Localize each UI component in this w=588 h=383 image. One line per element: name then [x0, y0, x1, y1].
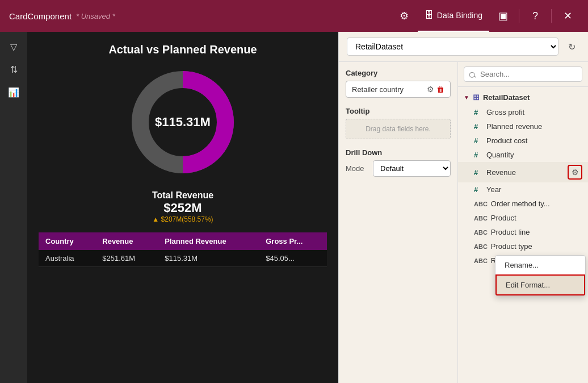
- canvas-area: ▽ ⇅ 📊 Actual vs Planned Revenue $115.31M…: [0, 32, 338, 383]
- dataset-select[interactable]: RetailDataset: [347, 38, 558, 56]
- field-name-gross-profit: Gross profit: [486, 108, 582, 116]
- field-remove-icon[interactable]: 🗑: [436, 85, 444, 94]
- canvas-content: Actual vs Planned Revenue $115.31M Total…: [27, 32, 338, 383]
- field-name-order-method: Order method ty...: [491, 199, 582, 208]
- abc-icon: ABC: [474, 229, 488, 236]
- table-row: Australia $251.61M $115.31M $45.05...: [39, 250, 327, 267]
- context-menu: Rename... Edit Format...: [495, 255, 586, 296]
- field-row-year[interactable]: # Year: [458, 182, 588, 197]
- field-settings-icon[interactable]: ⚙: [427, 85, 434, 94]
- cell-gross: $45.05...: [259, 250, 327, 267]
- chart-tool-btn[interactable]: 📊: [3, 82, 24, 102]
- revenue-settings-btn[interactable]: ⚙: [568, 165, 582, 180]
- unsaved-indicator: * Unsaved *: [76, 12, 115, 20]
- tooltip-placeholder: Drag data fields here.: [366, 125, 431, 133]
- help-icon-btn[interactable]: ?: [524, 5, 547, 27]
- hash-icon: #: [474, 122, 483, 131]
- tooltip-section: Tooltip Drag data fields here.: [346, 107, 451, 139]
- tooltip-drop-zone[interactable]: Drag data fields here.: [346, 119, 451, 139]
- field-name-quantity: Quantity: [486, 151, 582, 159]
- field-row-quantity[interactable]: # Quantity: [458, 148, 588, 162]
- revenue-label: Total Revenue: [152, 190, 213, 201]
- right-panel-header: RetailDataset ↻: [339, 32, 588, 62]
- binding-area: Category Retailer country ⚙ 🗑 Tooltip Dr…: [339, 62, 458, 383]
- abc-icon: ABC: [474, 201, 488, 207]
- drill-down-section: Drill Down Mode Default: [346, 148, 451, 177]
- mode-label: Mode: [346, 164, 368, 173]
- search-input[interactable]: [464, 66, 582, 82]
- cell-country: Australia: [39, 250, 95, 267]
- field-row-order-method[interactable]: ABC Order method ty...: [458, 197, 588, 211]
- field-search: [458, 62, 588, 87]
- abc-icon: ABC: [474, 215, 488, 222]
- col-header-revenue: Revenue: [95, 232, 158, 250]
- abc-icon: ABC: [474, 257, 488, 264]
- app-title: CardComponent: [9, 11, 72, 21]
- category-label: Category: [346, 69, 451, 77]
- mode-row: Mode Default: [346, 160, 451, 177]
- sort-tool-btn[interactable]: ⇅: [3, 59, 24, 80]
- field-row-planned-revenue[interactable]: # Planned revenue: [458, 119, 588, 134]
- field-list: ▼ ⊞ RetailDataset # Gross profit # Plann…: [458, 87, 588, 383]
- tab-data-binding-label: Data Binding: [437, 11, 482, 20]
- field-name-revenue: Revenue: [486, 168, 564, 177]
- cell-planned: $115.31M: [158, 250, 259, 267]
- field-row-gross-profit[interactable]: # Gross profit: [458, 105, 588, 119]
- divider: [519, 9, 519, 23]
- table-icon: ⊞: [473, 93, 480, 102]
- revenue-value: $252M: [152, 201, 213, 215]
- field-row-product[interactable]: ABC Product: [458, 211, 588, 225]
- hash-icon: #: [474, 136, 483, 145]
- hash-icon: #: [474, 168, 483, 177]
- field-name-product-type: Product type: [491, 242, 582, 251]
- chart-title: Actual vs Planned Revenue: [108, 43, 257, 56]
- left-toolbar: ▽ ⇅ 📊: [0, 32, 27, 383]
- mode-select[interactable]: Default: [373, 160, 451, 177]
- donut-center-value: $115.31M: [155, 115, 211, 130]
- right-panel-body: Category Retailer country ⚙ 🗑 Tooltip Dr…: [339, 62, 588, 383]
- expand-arrow-icon: ▼: [464, 94, 469, 101]
- right-panel: RetailDataset ↻ Category Retailer countr…: [338, 32, 588, 383]
- hash-icon: #: [474, 108, 483, 116]
- context-menu-edit-format[interactable]: Edit Format...: [495, 274, 585, 295]
- cell-revenue: $251.61M: [95, 250, 158, 267]
- field-row-product-line[interactable]: ABC Product line: [458, 225, 588, 239]
- context-menu-rename[interactable]: Rename...: [495, 256, 585, 274]
- donut-chart: $115.31M: [126, 65, 240, 179]
- revenue-change: ▲ $207M(558.57%): [152, 215, 213, 223]
- col-header-planned: Planned Revenue: [158, 232, 259, 250]
- tooltip-label: Tooltip: [346, 107, 451, 115]
- refresh-btn[interactable]: ↻: [563, 38, 580, 55]
- header: CardComponent * Unsaved * ⚙ 🗄 Data Bindi…: [0, 0, 588, 32]
- category-section: Category Retailer country ⚙ 🗑: [346, 69, 451, 98]
- filter-tool-btn[interactable]: ▽: [3, 36, 24, 57]
- divider2: [551, 9, 552, 23]
- database-icon: 🗄: [425, 10, 434, 20]
- header-icons: ⚙ 🗄 Data Binding ▣ ? ✕: [393, 0, 579, 32]
- hash-icon: #: [474, 151, 483, 159]
- field-name-planned-revenue: Planned revenue: [486, 122, 582, 131]
- field-row-product-cost[interactable]: # Product cost: [458, 134, 588, 148]
- col-header-gross: Gross Pr...: [259, 232, 327, 250]
- field-name-product-cost: Product cost: [486, 136, 582, 145]
- panel-icon-btn[interactable]: ▣: [492, 5, 514, 27]
- abc-icon: ABC: [474, 243, 488, 250]
- field-row-product-type[interactable]: ABC Product type: [458, 239, 588, 253]
- category-field-chip: Retailer country ⚙ 🗑: [346, 81, 451, 98]
- dataset-row[interactable]: ▼ ⊞ RetailDataset: [458, 89, 588, 105]
- col-header-country: Country: [39, 232, 95, 250]
- dataset-name-label: RetailDataset: [483, 93, 530, 102]
- field-name-year: Year: [486, 185, 582, 194]
- main-content: ▽ ⇅ 📊 Actual vs Planned Revenue $115.31M…: [0, 32, 588, 383]
- revenue-summary: Total Revenue $252M ▲ $207M(558.57%): [152, 190, 213, 223]
- field-row-revenue[interactable]: # Revenue ⚙: [458, 162, 588, 182]
- category-field-label: Retailer country: [352, 85, 425, 94]
- field-list-area: ▼ ⊞ RetailDataset # Gross profit # Plann…: [458, 62, 588, 383]
- field-name-product: Product: [491, 214, 582, 222]
- data-table: Country Revenue Planned Revenue Gross Pr…: [39, 232, 327, 267]
- settings-icon-btn[interactable]: ⚙: [393, 5, 415, 27]
- tab-data-binding[interactable]: 🗄 Data Binding: [418, 0, 489, 32]
- field-name-product-line: Product line: [491, 228, 582, 236]
- drill-down-label: Drill Down: [346, 148, 451, 157]
- close-icon-btn[interactable]: ✕: [556, 5, 579, 27]
